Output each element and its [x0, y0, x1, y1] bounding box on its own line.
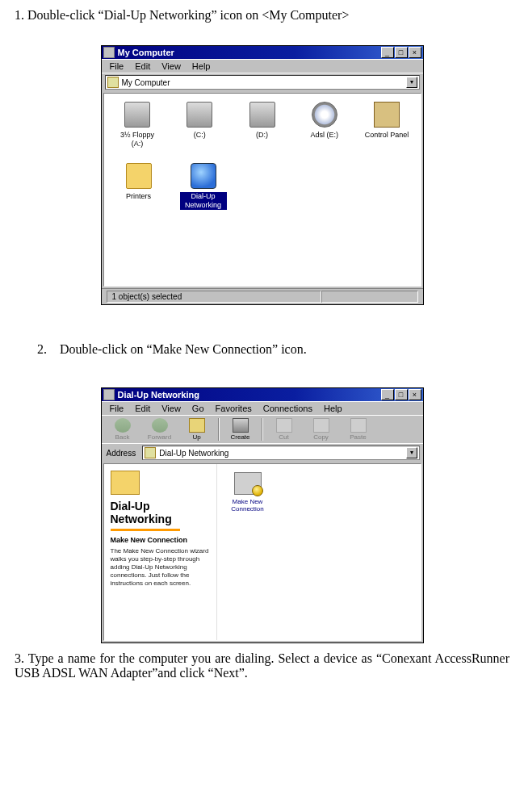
menu-view[interactable]: View — [157, 403, 186, 414]
step-2-body: Double-click on “Make New Connection” ic… — [60, 342, 307, 356]
status-text: 1 object(s) selected — [107, 291, 321, 303]
globe-icon — [191, 163, 216, 189]
icon-pane: Make New Connection — [217, 464, 421, 640]
menubar: File Edit View Help — [102, 59, 423, 73]
menu-favorites[interactable]: Favorites — [211, 403, 257, 414]
dial-up-networking-window: Dial-Up Networking _ □ × File Edit View … — [101, 387, 424, 643]
icon-label: Dial-Up Networking — [180, 192, 227, 210]
step-2-number: 2. — [37, 342, 47, 356]
icon-label: (C:) — [194, 131, 206, 140]
icon-label: Printers — [126, 192, 151, 201]
menu-file[interactable]: File — [105, 403, 129, 414]
tool-up[interactable]: Up — [179, 417, 215, 442]
close-button[interactable]: × — [409, 389, 421, 400]
menu-edit[interactable]: Edit — [130, 403, 155, 414]
info-desc: The Make New Connection wizard walks you… — [111, 547, 210, 588]
drive-e-adsl-icon[interactable]: Adsl (E:) — [302, 102, 346, 149]
menu-help[interactable]: Help — [319, 403, 347, 414]
tool-forward[interactable]: Forward — [142, 417, 178, 442]
menu-view[interactable]: View — [157, 61, 186, 72]
status-pane — [321, 291, 418, 303]
address-text: Dial-Up Networking — [159, 449, 228, 458]
client-area: Dial-Up Networking Make New Connection T… — [103, 463, 421, 641]
icon-label: (D:) — [256, 131, 268, 140]
minimize-button[interactable]: _ — [381, 389, 394, 400]
window-title: Dial-Up Networking — [118, 390, 381, 400]
back-icon — [115, 418, 131, 433]
paste-icon — [350, 418, 367, 433]
toolbar-separator — [218, 418, 220, 441]
toolbar: Back Forward Up Create Cut Copy Paste — [102, 415, 423, 443]
minimize-button[interactable]: _ — [381, 47, 394, 58]
address-label: Address — [105, 449, 140, 458]
client-area: 3½ Floppy (A:) (C:) (D:) Adsl (E:) Contr… — [103, 93, 421, 287]
floppy-icon — [124, 102, 150, 128]
cut-icon — [276, 418, 292, 433]
my-computer-window: My Computer _ □ × File Edit View Help My… — [101, 45, 424, 305]
menu-file[interactable]: File — [105, 61, 129, 72]
hdd-icon — [187, 102, 212, 128]
folder-icon — [111, 471, 140, 495]
create-icon — [233, 418, 249, 433]
make-new-connection-icon[interactable]: Make New Connection — [225, 472, 270, 513]
menu-edit[interactable]: Edit — [130, 61, 155, 72]
tool-copy[interactable]: Copy — [304, 417, 339, 442]
tool-create[interactable]: Create — [223, 417, 258, 442]
maximize-button[interactable]: □ — [395, 389, 408, 400]
hdd-icon — [249, 102, 275, 128]
dial-up-networking-icon[interactable]: Dial-Up Networking — [180, 163, 227, 210]
computer-icon — [103, 47, 115, 58]
address-text: My Computer — [122, 78, 170, 87]
info-subheading: Make New Connection — [111, 536, 210, 544]
step-2-text: 2. Double-click on “Make New Connection”… — [37, 342, 509, 357]
info-heading: Dial-Up Networking — [111, 500, 210, 525]
folder-icon — [126, 163, 152, 189]
chevron-down-icon[interactable]: ▾ — [406, 77, 417, 88]
window-title: My Computer — [118, 48, 381, 57]
address-bar: Address Dial-Up Networking ▾ — [102, 443, 423, 462]
chevron-down-icon[interactable]: ▾ — [406, 447, 417, 458]
up-icon — [189, 418, 205, 433]
folder-icon — [103, 389, 115, 400]
floppy-drive-icon[interactable]: 3½ Floppy (A:) — [115, 102, 160, 149]
tool-paste[interactable]: Paste — [341, 417, 376, 442]
step-3-text: 3. Type a name for the computer you are … — [15, 651, 509, 680]
icon-label: Control Panel — [365, 131, 409, 140]
icon-label: 3½ Floppy (A:) — [115, 131, 160, 149]
panel-icon — [374, 102, 400, 128]
cd-icon — [312, 102, 337, 128]
divider — [111, 529, 180, 531]
titlebar: My Computer _ □ × — [102, 46, 423, 59]
tool-back[interactable]: Back — [105, 417, 140, 442]
connection-icon — [234, 472, 262, 495]
close-button[interactable]: × — [409, 47, 421, 58]
folder-mini-icon — [145, 447, 156, 458]
address-bar: My Computer ▾ — [102, 73, 423, 91]
menubar: File Edit View Go Favorites Connections … — [102, 401, 423, 415]
titlebar: Dial-Up Networking _ □ × — [102, 388, 423, 401]
control-panel-icon[interactable]: Control Panel — [364, 102, 409, 149]
icon-label: Make New Connection — [225, 498, 270, 513]
step-1-text: 1. Double-click “Dial-Up Networking” ico… — [15, 8, 509, 23]
address-dropdown[interactable]: Dial-Up Networking ▾ — [142, 446, 419, 460]
copy-icon — [313, 418, 329, 433]
info-pane: Dial-Up Networking Make New Connection T… — [104, 464, 217, 640]
tool-cut[interactable]: Cut — [266, 417, 302, 442]
computer-mini-icon — [107, 77, 119, 88]
forward-icon — [152, 418, 168, 433]
address-dropdown[interactable]: My Computer ▾ — [105, 75, 420, 90]
icon-label: Adsl (E:) — [310, 131, 338, 140]
toolbar-separator — [262, 418, 263, 441]
drive-d-icon[interactable]: (D:) — [240, 102, 284, 149]
menu-help[interactable]: Help — [187, 61, 216, 72]
maximize-button[interactable]: □ — [395, 47, 408, 58]
status-bar: 1 object(s) selected — [102, 288, 423, 304]
drive-c-icon[interactable]: (C:) — [178, 102, 222, 149]
printers-icon[interactable]: Printers — [115, 163, 162, 210]
menu-go[interactable]: Go — [187, 403, 209, 414]
menu-connections[interactable]: Connections — [258, 403, 317, 414]
